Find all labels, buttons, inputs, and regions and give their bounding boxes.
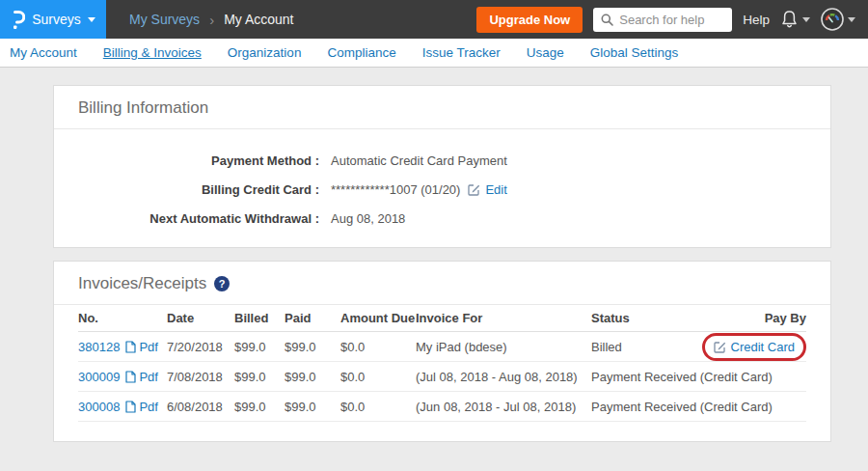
edit-credit-card-link[interactable]: Edit (468, 182, 506, 197)
billing-card-header: Billing Information (54, 86, 830, 129)
table-row: 300009 Pdf 7/08/2018 $99.0 $99.0 $0 (78, 362, 806, 392)
billing-info-body: Payment Method : Automatic Credit Card P… (54, 129, 830, 247)
edit-pencil-icon (468, 183, 480, 196)
tab-global-settings[interactable]: Global Settings (590, 45, 679, 60)
chevron-down-icon (848, 17, 855, 22)
invoice-date: 7/20/2018 (167, 340, 234, 354)
product-menu-label: Surveys (32, 12, 81, 27)
invoice-paid: $99.0 (285, 340, 340, 354)
pdf-file-icon (125, 371, 136, 383)
invoice-paid: $99.0 (285, 400, 340, 414)
pay-by-credit-card-link[interactable]: Credit Card (714, 340, 795, 354)
invoice-for: (Jul 08, 2018 - Aug 08, 2018) (416, 370, 591, 384)
invoice-number-link[interactable]: 300008 (78, 400, 120, 414)
payment-method-label: Payment Method : (78, 153, 319, 168)
invoice-number-link[interactable]: 380128 (78, 340, 120, 354)
account-nav-tabs: My Account Billing & Invoices Organizati… (0, 39, 868, 68)
col-paid: Paid (285, 311, 340, 325)
col-status: Status (591, 311, 700, 325)
chevron-down-icon (802, 17, 810, 22)
billing-card-title: Billing Information (78, 98, 208, 118)
payment-method-row: Payment Method : Automatic Credit Card P… (78, 153, 806, 168)
highlight-annotation: Credit Card (702, 333, 806, 361)
header-actions: Upgrade Now Help (476, 7, 868, 33)
payment-method-value: Automatic Credit Card Payment (331, 153, 507, 168)
search-input[interactable] (619, 13, 724, 27)
tab-compliance[interactable]: Compliance (327, 45, 395, 60)
invoices-table: No. Date Billed Paid Amount Due Invoice … (54, 305, 830, 441)
invoice-for: (Jun 08, 2018 - Jul 08, 2018) (416, 400, 591, 414)
billing-information-card: Billing Information Payment Method : Aut… (53, 85, 831, 248)
pdf-link-label: Pdf (139, 340, 158, 354)
col-date: Date (167, 311, 234, 325)
col-pay-by: Pay By (700, 311, 806, 325)
help-search-box[interactable] (593, 8, 732, 32)
invoices-card-header: Invoices/Receipts ? (54, 262, 830, 305)
invoices-receipts-card: Invoices/Receipts ? No. Date Billed Paid… (53, 261, 831, 442)
account-menu[interactable] (821, 8, 855, 31)
chevron-down-icon (88, 17, 95, 22)
col-invoice-for: Invoice For (416, 311, 591, 325)
billing-credit-card-value: ************1007 (01/20) (331, 182, 460, 197)
bell-icon (780, 10, 799, 29)
invoice-status: Payment Received (Credit Card) (591, 370, 700, 384)
tab-my-account[interactable]: My Account (10, 45, 77, 60)
product-menu[interactable]: Surveys (0, 0, 106, 39)
invoice-for: My iPad (bdese) (416, 340, 591, 354)
avatar (821, 8, 844, 31)
top-header: Surveys My Surveys › My Account Upgrade … (0, 0, 868, 39)
edit-link-label: Edit (485, 182, 506, 197)
next-withdrawal-row: Next Automatic Withdrawal : Aug 08, 2018 (78, 211, 806, 226)
invoice-amount-due: $0.0 (340, 400, 416, 414)
next-withdrawal-label: Next Automatic Withdrawal : (78, 211, 319, 226)
upgrade-now-button[interactable]: Upgrade Now (476, 7, 583, 33)
tab-billing-invoices[interactable]: Billing & Invoices (103, 45, 202, 60)
invoice-amount-due: $0.0 (340, 370, 416, 384)
col-amount-due: Amount Due (340, 311, 416, 325)
table-row: 380128 Pdf 7/20/2018 $99.0 $99.0 $0 (78, 332, 806, 362)
search-icon (601, 14, 613, 26)
page-content: Billing Information Payment Method : Aut… (0, 68, 868, 442)
invoice-status: Billed (591, 340, 700, 354)
breadcrumb-separator-icon: › (209, 12, 214, 28)
breadcrumb-parent-link[interactable]: My Surveys (129, 12, 200, 27)
billing-credit-card-label: Billing Credit Card : (78, 182, 319, 197)
table-row: 300008 Pdf 6/08/2018 $99.0 $99.0 $0 (78, 392, 806, 422)
next-withdrawal-value: Aug 08, 2018 (331, 211, 405, 226)
invoice-date: 7/08/2018 (167, 370, 234, 384)
notifications-menu[interactable] (780, 10, 810, 29)
invoices-card-title: Invoices/Receipts (78, 274, 206, 293)
invoice-billed: $99.0 (234, 400, 285, 414)
tab-organization[interactable]: Organization (228, 45, 302, 60)
invoice-billed: $99.0 (234, 370, 285, 384)
pdf-link[interactable]: Pdf (125, 400, 158, 414)
help-icon[interactable]: ? (214, 276, 230, 291)
help-link[interactable]: Help (743, 13, 770, 27)
invoice-paid: $99.0 (285, 370, 340, 384)
pdf-link-label: Pdf (139, 400, 158, 414)
edit-pencil-icon (714, 341, 726, 353)
pay-by-link-label: Credit Card (731, 340, 795, 354)
invoice-date: 6/08/2018 (167, 400, 234, 414)
invoice-status: Payment Received (Credit Card) (591, 400, 700, 414)
invoice-billed: $99.0 (234, 340, 285, 354)
breadcrumb-current: My Account (224, 12, 293, 27)
billing-credit-card-row: Billing Credit Card : ************1007 (… (78, 182, 806, 197)
pdf-file-icon (125, 341, 136, 353)
col-billed: Billed (234, 311, 285, 325)
tab-issue-tracker[interactable]: Issue Tracker (422, 45, 501, 60)
brand-logo-icon (11, 10, 25, 30)
invoice-number-link[interactable]: 300009 (78, 370, 120, 384)
pdf-link[interactable]: Pdf (125, 340, 158, 354)
invoice-amount-due: $0.0 (340, 340, 416, 354)
col-no: No. (78, 311, 167, 325)
pdf-file-icon (125, 401, 136, 413)
pdf-link-label: Pdf (139, 370, 158, 384)
tab-usage[interactable]: Usage (527, 45, 564, 60)
invoices-table-header: No. Date Billed Paid Amount Due Invoice … (78, 305, 806, 332)
pdf-link[interactable]: Pdf (125, 370, 158, 384)
breadcrumb: My Surveys › My Account (129, 12, 294, 28)
